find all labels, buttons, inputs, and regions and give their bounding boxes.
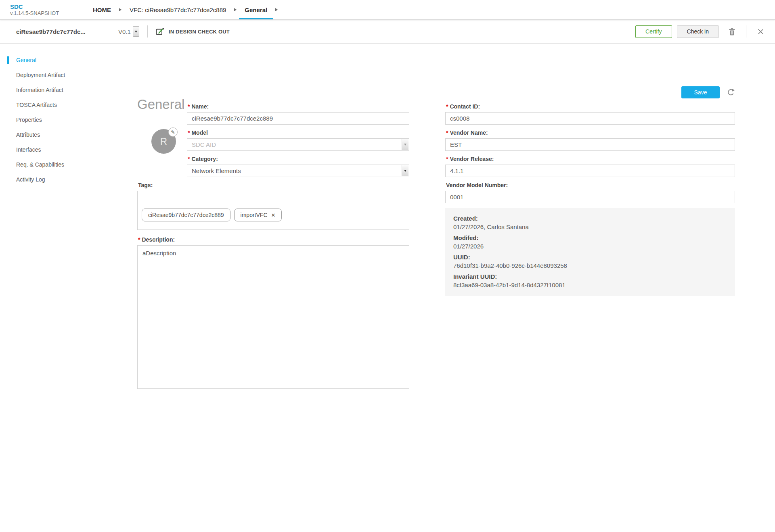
uuid-value: 76d10f31-b9a2-40b0-926c-b144e8093258 xyxy=(453,261,727,270)
sidebar-item-interfaces[interactable]: Interfaces xyxy=(0,142,97,157)
sdc-vfc-general-page: SDC v.1.14.5-SNAPSHOT HOME VFC: ciResae9… xyxy=(0,0,775,532)
breadcrumb-general[interactable]: General xyxy=(239,0,273,19)
divider xyxy=(746,25,746,38)
modified-metadata: Modifed: 01/27/2026 xyxy=(453,234,727,250)
remove-tag-icon[interactable]: ✕ xyxy=(271,213,276,218)
version-label: V0.1 xyxy=(118,28,131,35)
app-version: v.1.14.5-SNAPSHOT xyxy=(10,10,76,16)
required-marker: * xyxy=(188,156,190,162)
contact-id-label: *Contact ID: xyxy=(446,103,735,110)
check-in-button[interactable]: Check in xyxy=(677,25,719,38)
created-label: Created: xyxy=(453,214,727,223)
revert-button[interactable] xyxy=(727,88,735,97)
vendor-model-number-label: Vendor Model Number: xyxy=(446,182,735,189)
app-logo[interactable]: SDC v.1.14.5-SNAPSHOT xyxy=(10,0,76,19)
required-marker: * xyxy=(188,103,190,110)
created-metadata: Created: 01/27/2026, Carlos Santana xyxy=(453,214,727,231)
chevron-down-icon xyxy=(135,31,137,33)
sidebar-item-information-artifact[interactable]: Information Artifact xyxy=(0,82,97,97)
category-select-value: Network Elements xyxy=(192,167,241,174)
sidebar-item-label: Req. & Capabilities xyxy=(16,161,64,168)
close-icon xyxy=(758,29,764,35)
model-field-group: *Model SDC AID xyxy=(187,129,409,151)
form-right-column: *Contact ID: *Vendor Name: *Vendor Relea… xyxy=(445,103,735,395)
modified-value: 01/27/2026 xyxy=(453,242,727,250)
model-label: *Model xyxy=(188,129,409,136)
name-field-group: *Name: xyxy=(187,103,409,125)
breadcrumb-vfc[interactable]: VFC: ciResae9b77dc7c77dce2c889 xyxy=(124,0,232,19)
general-form: R ✎ *Name: *Model SDC AID xyxy=(97,44,775,395)
sidebar-item-general[interactable]: General xyxy=(0,52,97,67)
required-marker: * xyxy=(138,236,140,243)
category-label: *Category: xyxy=(188,156,409,163)
name-input[interactable] xyxy=(187,112,409,125)
breadcrumb-home-label: HOME xyxy=(93,6,111,13)
sidebar-item-label: TOSCA Artifacts xyxy=(16,102,57,108)
chevron-down-icon xyxy=(404,170,406,172)
resource-avatar: R ✎ xyxy=(151,129,176,154)
created-value: 01/27/2026, Carlos Santana xyxy=(453,223,727,231)
tags-field-group: Tags: ciResae9b77dc7c77dce2c889 importVF… xyxy=(137,182,409,230)
breadcrumb: HOME VFC: ciResae9b77dc7c77dce2c889 Gene… xyxy=(87,0,280,19)
tag-chip[interactable]: importVFC ✕ xyxy=(234,209,282,221)
delete-button[interactable] xyxy=(726,25,738,38)
sidebar-menu: General Deployment Artifact Information … xyxy=(0,44,97,187)
certify-button[interactable]: Certify xyxy=(635,25,672,38)
category-select[interactable]: Network Elements xyxy=(187,165,409,177)
app-logo-text: SDC xyxy=(10,4,76,10)
uuid-label: UUID: xyxy=(453,253,727,261)
vendor-release-field-group: *Vendor Release: xyxy=(445,156,735,177)
vendor-release-input[interactable] xyxy=(445,165,735,177)
vendor-model-number-input[interactable] xyxy=(445,191,735,203)
toolbar-actions: Certify Check in xyxy=(635,25,766,38)
description-textarea[interactable]: aDescription xyxy=(137,245,409,389)
chevron-down-icon xyxy=(404,144,406,146)
vendor-name-field-group: *Vendor Name: xyxy=(445,129,735,151)
category-field-group: *Category: Network Elements xyxy=(187,156,409,177)
general-content: General Save R ✎ xyxy=(97,44,775,532)
checkout-icon xyxy=(156,27,165,35)
sidebar-item-deployment-artifact[interactable]: Deployment Artifact xyxy=(0,67,97,82)
trash-icon xyxy=(729,28,735,35)
sidebar-item-label: Attributes xyxy=(16,131,40,138)
form-left-column: R ✎ *Name: *Model SDC AID xyxy=(137,103,409,395)
divider xyxy=(147,25,148,38)
chevron-right-icon xyxy=(275,8,278,11)
sidebar-item-label: Information Artifact xyxy=(16,87,63,93)
pencil-icon: ✎ xyxy=(171,129,175,135)
vendor-name-input[interactable] xyxy=(445,138,735,151)
sidebar-item-label: Interfaces xyxy=(16,146,41,153)
resource-toolbar: V0.1 IN DESIGN CHECK OUT Certify Check i… xyxy=(97,20,775,44)
select-arrow-button[interactable] xyxy=(402,165,408,176)
sidebar-item-attributes[interactable]: Attributes xyxy=(0,127,97,142)
select-arrow-button xyxy=(402,139,408,150)
save-button[interactable]: Save xyxy=(681,86,720,98)
sidebar-item-properties[interactable]: Properties xyxy=(0,112,97,127)
close-button[interactable] xyxy=(755,26,766,37)
invariant-uuid-value: 8cf3aa69-03a8-42b1-9d14-8d4327f10081 xyxy=(453,281,727,289)
vendor-name-label: *Vendor Name: xyxy=(446,129,735,136)
top-header: SDC v.1.14.5-SNAPSHOT HOME VFC: ciResae9… xyxy=(0,0,775,20)
sidebar-item-label: Properties xyxy=(16,117,42,123)
edit-avatar-button[interactable]: ✎ xyxy=(168,127,178,137)
breadcrumb-home[interactable]: HOME xyxy=(87,0,117,19)
tags-input[interactable] xyxy=(137,191,409,203)
sidebar-item-activity-log[interactable]: Activity Log xyxy=(0,172,97,187)
sidebar-item-label: Activity Log xyxy=(16,176,45,183)
lifecycle-status: IN DESIGN CHECK OUT xyxy=(156,27,230,35)
contact-id-input[interactable] xyxy=(445,112,735,125)
chevron-right-icon xyxy=(119,8,121,11)
vendor-release-label: *Vendor Release: xyxy=(446,156,735,163)
required-marker: * xyxy=(188,129,190,136)
workspace: V0.1 IN DESIGN CHECK OUT Certify Check i… xyxy=(97,20,775,532)
uuid-metadata: UUID: 76d10f31-b9a2-40b0-926c-b144e80932… xyxy=(453,253,727,270)
model-select-value: SDC AID xyxy=(192,141,216,148)
tags-chips-container: ciResae9b77dc7c77dce2c889 importVFC ✕ xyxy=(137,203,409,230)
tag-chip-label: ciResae9b77dc7c77dce2c889 xyxy=(148,212,224,218)
tag-chip[interactable]: ciResae9b77dc7c77dce2c889 xyxy=(142,209,230,221)
sidebar-item-tosca-artifacts[interactable]: TOSCA Artifacts xyxy=(0,97,97,112)
sidebar-item-req-capabilities[interactable]: Req. & Capabilities xyxy=(0,157,97,172)
contact-id-field-group: *Contact ID: xyxy=(445,103,735,125)
version-dropdown[interactable] xyxy=(133,26,139,37)
save-row: Save xyxy=(681,86,735,98)
